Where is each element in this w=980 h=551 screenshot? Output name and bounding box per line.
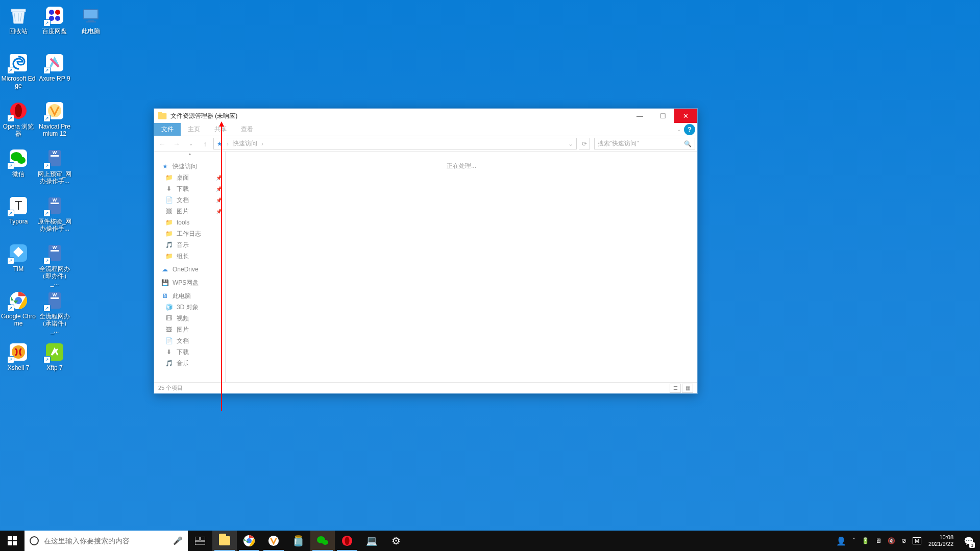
tray-people[interactable]: 👤 xyxy=(833,531,849,551)
desktop-icon-doc3[interactable]: W↗全流程网办（即办件）_... xyxy=(37,243,72,287)
desktop-icon-baidu-disk[interactable]: ↗百度网盘 xyxy=(37,5,72,35)
desktop-icon-recycle-bin[interactable]: 回收站 xyxy=(1,5,36,35)
sidebar-item-pc-3[interactable]: 📄文档 xyxy=(154,335,225,346)
tray-battery[interactable]: 🔋 xyxy=(859,531,872,551)
sidebar-item-quick-6[interactable]: 🎵音乐 xyxy=(154,239,225,251)
folder-icon xyxy=(219,536,230,545)
task-view-icon xyxy=(195,537,205,545)
desktop-icon-doc1[interactable]: W↗网上预审_网办操作手... xyxy=(37,148,72,185)
sidebar-item-quick-0[interactable]: 📁桌面📌 xyxy=(154,172,225,183)
tab-share[interactable]: 共享 xyxy=(207,123,234,136)
titlebar[interactable]: 文件资源管理器 (未响应) — ☐ ✕ xyxy=(154,109,697,123)
svg-point-13 xyxy=(15,104,22,117)
desktop-icon-tim[interactable]: ↗TIM xyxy=(1,243,36,272)
help-button[interactable]: ? xyxy=(684,124,695,135)
sidebar-item-quick-7[interactable]: 📁组长 xyxy=(154,251,225,262)
sidebar-item-pc-1[interactable]: 🎞视频 xyxy=(154,313,225,324)
svg-point-18 xyxy=(17,157,26,164)
tray-volume[interactable]: 🔇 xyxy=(885,531,898,551)
nav-recent-button[interactable]: ⌄ xyxy=(185,138,197,150)
tray-ime[interactable]: M xyxy=(910,531,924,551)
desktop-icon-microsoft-edge[interactable]: ↗Microsoft Edge xyxy=(1,53,36,89)
sidebar-item-quick-3[interactable]: 🖼图片📌 xyxy=(154,206,225,217)
tray-network[interactable]: 🖥 xyxy=(872,531,885,551)
taskbar-search[interactable]: 🎤 xyxy=(24,531,188,551)
tab-home[interactable]: 主页 xyxy=(181,123,207,136)
desktop-icon-typora[interactable]: T↗Typora xyxy=(1,195,36,225)
maximize-button[interactable]: ☐ xyxy=(651,109,674,123)
taskbar-settings[interactable]: ⚙ xyxy=(384,531,408,551)
desktop-icon-navicat[interactable]: ↗Navicat Premium 12 xyxy=(37,101,72,137)
windows-icon xyxy=(8,536,17,545)
refresh-button[interactable]: ⟳ xyxy=(579,138,590,149)
desktop-icon-google-chrome[interactable]: ↗Google Chrome xyxy=(1,290,36,327)
sidebar-item-quick-5[interactable]: 📁工作日志 xyxy=(154,228,225,239)
tab-view[interactable]: 查看 xyxy=(234,123,260,136)
sidebar-section-quick[interactable]: ★快速访问 xyxy=(154,161,225,172)
svg-rect-0 xyxy=(11,9,26,12)
desktop-icon-label: Axure RP 9 xyxy=(39,75,70,82)
sidebar-item-label: 工作日志 xyxy=(177,230,201,238)
taskbar-search-input[interactable] xyxy=(44,537,168,545)
search-input[interactable]: 搜索"快速访问" 🔍 xyxy=(594,138,695,149)
ribbon-collapse-icon[interactable]: ⌄ xyxy=(674,123,684,136)
svg-rect-44 xyxy=(13,541,17,545)
task-view-button[interactable] xyxy=(188,531,212,551)
desktop-icon-xshell[interactable]: ↗Xshell 7 xyxy=(1,342,36,371)
sidebar-item-quick-4[interactable]: 📁tools xyxy=(154,217,225,228)
desktop-icon-doc2[interactable]: W↗原件核验_网办操作手... xyxy=(37,195,72,232)
desktop-icon-label: 回收站 xyxy=(9,28,28,35)
sidebar-item-pc-0[interactable]: 🧊3D 对象 xyxy=(154,302,225,313)
scroll-up-icon[interactable]: ▴ xyxy=(154,152,225,157)
desktop-icon-xftp[interactable]: ↗Xftp 7 xyxy=(37,342,72,371)
tab-file[interactable]: 文件 xyxy=(154,123,181,136)
minimize-button[interactable]: — xyxy=(628,109,651,123)
taskbar-wechat[interactable] xyxy=(310,531,335,551)
svg-rect-40 xyxy=(158,112,162,114)
sidebar-section-label: WPS网盘 xyxy=(173,279,199,287)
tray-block[interactable]: ⊘ xyxy=(898,531,910,551)
address-chevron-icon[interactable]: ⌄ xyxy=(568,140,573,147)
sidebar-item-label: 桌面 xyxy=(177,173,189,182)
taskbar-clock[interactable]: 10:08 2021/9/22 xyxy=(924,534,958,547)
pin-icon: 📌 xyxy=(216,186,222,192)
sidebar-section-wps[interactable]: 💾WPS网盘 xyxy=(154,277,225,288)
sidebar-item-pc-2[interactable]: 🖼图片 xyxy=(154,324,225,335)
taskbar-laptop[interactable]: 💻 xyxy=(359,531,384,551)
sidebar-section-onedrive[interactable]: ☁OneDrive xyxy=(154,264,225,275)
close-button[interactable]: ✕ xyxy=(674,109,697,123)
desktop-icon-wechat[interactable]: ↗微信 xyxy=(1,148,36,178)
view-details-button[interactable]: ☰ xyxy=(670,384,681,393)
nav-up-button[interactable]: ↑ xyxy=(199,138,211,150)
wechat-icon xyxy=(316,536,329,546)
sidebar-item-pc-4[interactable]: ⬇下载 xyxy=(154,346,225,358)
xshell-icon: ↗ xyxy=(8,342,29,362)
nav-forward-button[interactable]: → xyxy=(170,138,183,150)
sidebar-item-quick-2[interactable]: 📄文档📌 xyxy=(154,194,225,206)
start-button[interactable] xyxy=(0,531,24,551)
mic-icon[interactable]: 🎤 xyxy=(173,536,183,545)
sidebar-item-label: 文档 xyxy=(177,337,189,345)
shortcut-arrow-icon: ↗ xyxy=(7,162,14,169)
typora-icon: T↗ xyxy=(8,195,29,216)
sidebar-item-quick-1[interactable]: ⬇下载📌 xyxy=(154,183,225,194)
shortcut-arrow-icon: ↗ xyxy=(7,356,14,363)
taskbar-chrome[interactable] xyxy=(237,531,261,551)
desktop-icon-doc4[interactable]: W↗全流程网办（承诺件）_... xyxy=(37,290,72,334)
taskbar-navicat[interactable] xyxy=(261,531,286,551)
taskbar-opera[interactable] xyxy=(335,531,359,551)
desktop-icon-axure-rp-9[interactable]: ↗Axure RP 9 xyxy=(37,53,72,82)
taskbar-pitcher[interactable]: 🫙 xyxy=(286,531,310,551)
tray-overflow[interactable]: ˄ xyxy=(849,531,859,551)
sidebar-item-pc-5[interactable]: 🎵音乐 xyxy=(154,358,225,369)
taskbar-explorer[interactable] xyxy=(212,531,237,551)
action-center-button[interactable]: 💬 3 xyxy=(958,531,980,551)
view-icons-button[interactable]: ▦ xyxy=(682,384,693,393)
nav-back-button[interactable]: ← xyxy=(156,138,168,150)
this-pc-icon xyxy=(81,5,101,26)
desktop-icon-this-pc[interactable]: 此电脑 xyxy=(73,5,109,35)
sidebar-section-thispc[interactable]: 🖥此电脑 xyxy=(154,290,225,302)
block-icon: ⊘ xyxy=(901,537,906,544)
address-bar[interactable]: ★ › 快速访问 › ⌄ xyxy=(213,138,577,149)
desktop-icon-opera[interactable]: ↗Opera 浏览器 xyxy=(1,101,36,137)
